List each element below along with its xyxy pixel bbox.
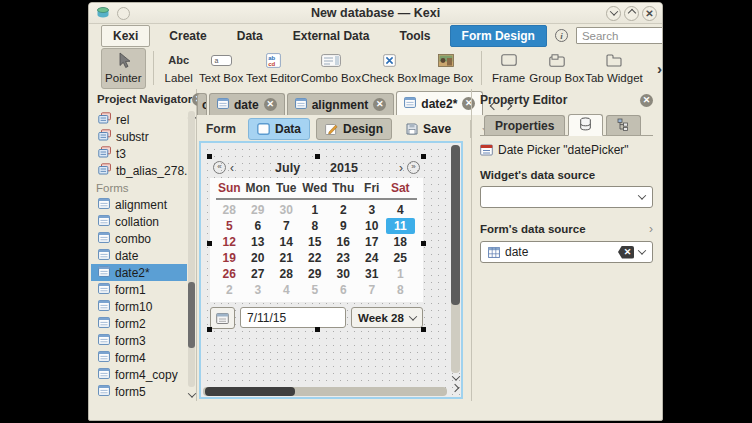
form-data-source-combo[interactable]: date ✕ — [480, 241, 653, 263]
calendar-day[interactable]: 25 — [386, 250, 415, 266]
ribbon-tab-kexi[interactable]: Kexi — [101, 25, 150, 47]
date-input[interactable]: 7/11/15 — [240, 307, 346, 328]
navigator-item-combo[interactable]: combo — [91, 230, 187, 247]
calendar-day[interactable]: 30 — [329, 266, 358, 282]
ribbon-tab-form-design[interactable]: Form Design — [450, 25, 547, 47]
ribbon-tab-tools[interactable]: Tools — [388, 26, 441, 46]
expander-icon[interactable]: › — [649, 222, 653, 236]
minimize-button[interactable] — [606, 6, 621, 21]
canvas-vertical-scrollbar[interactable] — [451, 145, 460, 373]
window-menu-button[interactable] — [117, 7, 130, 20]
calendar-day[interactable]: 8 — [386, 282, 415, 298]
resize-handle-nw[interactable] — [207, 154, 212, 159]
calendar-day[interactable]: 1 — [386, 266, 415, 282]
calendar-day[interactable]: 20 — [244, 250, 273, 266]
calendar-day[interactable]: 23 — [329, 250, 358, 266]
navigator-item-form4_copy[interactable]: form4_copy — [91, 366, 187, 383]
save-button[interactable]: Save — [398, 119, 459, 139]
navigator-item-form10[interactable]: form10 — [91, 298, 187, 315]
calendar-day[interactable]: 13 — [244, 234, 273, 250]
clear-icon[interactable]: ✕ — [618, 246, 634, 259]
calendar-day[interactable]: 17 — [358, 234, 387, 250]
calendar-day[interactable]: 2 — [215, 282, 244, 298]
next-month-button[interactable]: › — [399, 161, 403, 175]
property-editor-close-icon[interactable]: ✕ — [640, 94, 653, 107]
navigator-item-form3[interactable]: form3 — [91, 332, 187, 349]
widget-data-source-combo[interactable] — [480, 186, 653, 208]
week-select[interactable]: Week 28 — [351, 307, 423, 328]
document-tab-o[interactable]: o✕ — [197, 93, 207, 115]
navigator-item-date2[interactable]: date2* — [91, 264, 187, 281]
toolbar-overflow-button[interactable]: › — [657, 60, 662, 77]
maximize-button[interactable] — [624, 6, 639, 21]
date-picker-widget[interactable]: « ‹ July 2015 › » SunMonTueWedThuFriSat … — [210, 157, 423, 329]
resize-handle-e[interactable] — [421, 241, 426, 246]
calendar-day[interactable]: 28 — [215, 202, 244, 218]
image-box-tool-button[interactable]: Image Box — [418, 49, 474, 88]
calendar-day[interactable]: 22 — [301, 250, 330, 266]
calendar-day[interactable]: 30 — [272, 202, 301, 218]
calendar-day[interactable]: 3 — [244, 282, 273, 298]
resize-handle-s[interactable] — [315, 327, 320, 332]
tab-close-icon[interactable]: ✕ — [264, 98, 277, 111]
calendar-day[interactable]: 5 — [215, 218, 244, 234]
frame-tool-button[interactable]: Frame — [488, 49, 528, 88]
navigator-item-form4[interactable]: form4 — [91, 349, 187, 366]
group-box-tool-button[interactable]: Group Box — [529, 49, 585, 88]
calendar-day[interactable]: 24 — [358, 250, 387, 266]
calendar-day[interactable]: 4 — [272, 282, 301, 298]
document-tab-date[interactable]: date✕ — [209, 93, 285, 115]
previous-month-button[interactable]: ‹ — [230, 161, 234, 175]
text-editor-tool-button[interactable]: abcdText Editor — [245, 49, 301, 88]
calendar-year[interactable]: 2015 — [330, 161, 358, 175]
property-tab-properties[interactable]: Properties — [484, 115, 565, 135]
calendar-day[interactable]: 31 — [358, 266, 387, 282]
calendar-day[interactable]: 27 — [244, 266, 273, 282]
tab-close-icon[interactable]: ✕ — [373, 98, 386, 111]
combo-box-tool-button[interactable]: Combo Box — [301, 49, 361, 88]
calendar-day[interactable]: 10 — [358, 218, 387, 234]
navigator-item-rel[interactable]: rel — [91, 111, 187, 128]
previous-year-button[interactable]: « — [213, 161, 226, 174]
ribbon-tab-external-data[interactable]: External Data — [282, 26, 381, 46]
calendar-day[interactable]: 2 — [329, 202, 358, 218]
navigator-item-form1[interactable]: form1 — [91, 281, 187, 298]
calendar-day[interactable]: 26 — [215, 266, 244, 282]
calendar-day[interactable]: 21 — [272, 250, 301, 266]
property-tab-database[interactable] — [568, 114, 603, 136]
resize-handle-sw[interactable] — [207, 327, 212, 332]
calendar-day[interactable]: 6 — [244, 218, 273, 234]
close-button[interactable]: ✕ — [642, 6, 657, 21]
calendar-day[interactable]: 15 — [301, 234, 330, 250]
search-input[interactable] — [576, 27, 663, 44]
calendar-month[interactable]: July — [275, 161, 300, 175]
calendar-popup-button[interactable] — [210, 307, 235, 329]
canvas-scroll-right[interactable] — [452, 377, 458, 395]
navigator-item-alignment[interactable]: alignment — [91, 196, 187, 213]
calendar-day[interactable]: 1 — [301, 202, 330, 218]
resize-handle-se[interactable] — [421, 327, 426, 332]
check-box-tool-button[interactable]: Check Box — [361, 49, 418, 88]
calendar-day[interactable]: 29 — [301, 266, 330, 282]
info-icon[interactable]: i — [555, 29, 568, 42]
calendar-day[interactable]: 18 — [386, 234, 415, 250]
calendar-day[interactable]: 29 — [244, 202, 273, 218]
navigator-item-substr[interactable]: substr — [91, 128, 187, 145]
document-tab-alignment[interactable]: alignment✕ — [287, 93, 395, 115]
calendar-day[interactable]: 14 — [272, 234, 301, 250]
ribbon-tab-data[interactable]: Data — [226, 26, 274, 46]
label-tool-button[interactable]: AbcLabel — [160, 49, 197, 88]
calendar-day[interactable]: 6 — [329, 282, 358, 298]
navigator-scrollbar[interactable] — [188, 111, 195, 387]
calendar-day[interactable]: 16 — [329, 234, 358, 250]
navigator-item-collation[interactable]: collation — [91, 213, 187, 230]
calendar-day[interactable]: 28 — [272, 266, 301, 282]
next-year-button[interactable]: » — [407, 161, 420, 174]
property-tab-widget-tree[interactable] — [606, 115, 641, 135]
text-box-tool-button[interactable]: aText Box — [197, 49, 245, 88]
tab-widget-tool-button[interactable]: Tab Widget — [585, 49, 643, 88]
calendar-day[interactable]: 7 — [358, 282, 387, 298]
navigator-item-form5[interactable]: form5 — [91, 383, 187, 400]
calendar-day[interactable]: 12 — [215, 234, 244, 250]
calendar-day[interactable]: 19 — [215, 250, 244, 266]
